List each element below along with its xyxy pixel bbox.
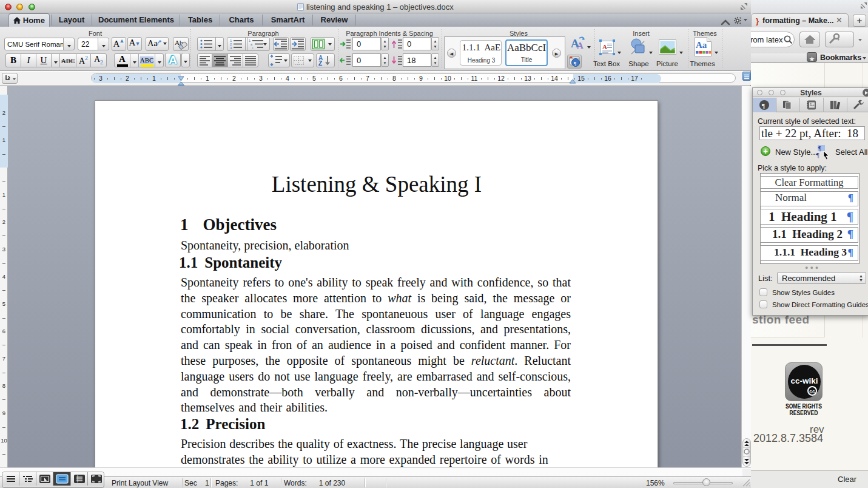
svg-text:Z: Z — [318, 60, 322, 67]
svg-text:A: A — [577, 41, 584, 50]
svg-text:A: A — [602, 43, 607, 50]
svg-text:i: i — [252, 46, 253, 50]
svg-text:¶: ¶ — [574, 61, 576, 67]
svg-text:¶: ¶ — [816, 152, 819, 158]
svg-text:¶: ¶ — [762, 102, 765, 109]
svg-text:¶: ¶ — [818, 145, 821, 152]
svg-text:Aa: Aa — [696, 40, 707, 50]
svg-text:3: 3 — [230, 46, 232, 50]
